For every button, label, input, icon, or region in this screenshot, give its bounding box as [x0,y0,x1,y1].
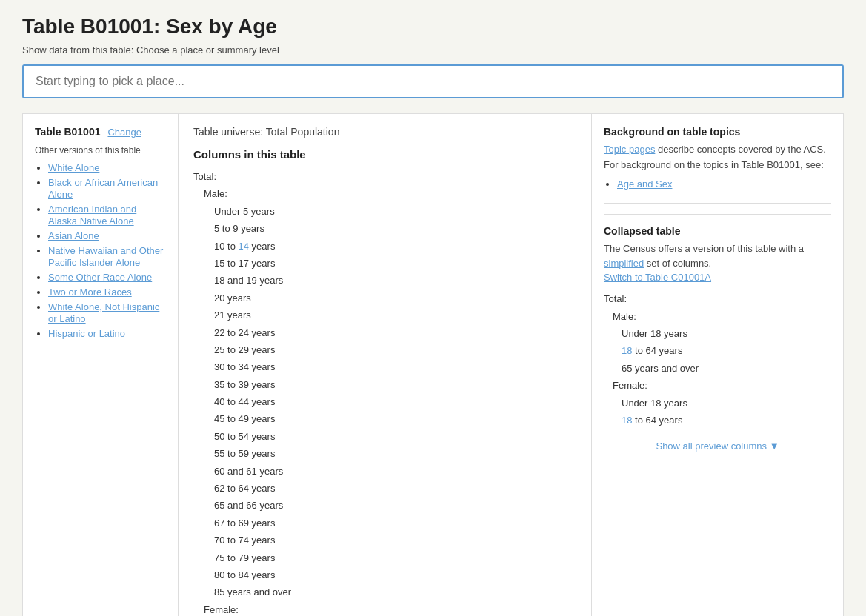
topic-links-list: Age and Sex [604,178,831,190]
column-item: 67 to 69 years [214,515,576,532]
column-link[interactable]: 14 [239,241,249,252]
preview-column-item: Under 18 years [622,325,831,342]
column-item: 80 to 84 years [214,566,576,583]
preview-column-item: Male: [613,308,831,325]
column-item: 5 to 9 years [214,220,576,237]
background-heading: Background on table topics [604,126,831,138]
table-ref: 01001 [773,159,800,170]
sidebar-version-link[interactable]: American Indian and Alaska Native Alone [48,204,136,227]
sidebar-version-link[interactable]: Hispanic or Latino [48,328,125,339]
columns-title: Columns in this table [193,148,576,161]
column-item: 60 and 61 years [214,463,576,480]
column-item: 40 to 44 years [214,393,576,410]
sidebar-table-id: Table B01001 [35,126,100,138]
right-panel: Background on table topics Topic pages d… [591,114,843,616]
show-all-link[interactable]: Show all preview columns ▼ [656,441,779,452]
column-item: Female: [204,601,576,616]
sidebar-version-link[interactable]: Some Other Race Alone [48,272,152,283]
preview-column-item: Under 18 years [622,395,831,412]
main-layout: Table B01001 Change Other versions of th… [22,113,844,616]
sidebar-versions-list: White AloneBlack or African American Alo… [35,161,166,339]
column-item: 18 and 19 years [214,272,576,289]
simplified-link[interactable]: simplified [604,258,644,269]
collapsed-heading: Collapsed table [604,225,831,237]
page-subtitle: Show data from this table: Choose a plac… [22,44,844,56]
column-item: Male: [204,185,576,202]
column-item: 45 to 49 years [214,410,576,427]
search-input[interactable] [22,64,844,98]
sidebar-header: Table B01001 Change [35,126,166,138]
sidebar-version-link[interactable]: Asian Alone [48,230,99,241]
column-item: 35 to 39 years [214,376,576,393]
column-item: 22 to 24 years [214,324,576,341]
topic-pages-link[interactable]: Topic pages [604,144,655,155]
column-item: 50 to 54 years [214,428,576,445]
column-item: 65 and 66 years [214,497,576,514]
column-item: 15 to 17 years [214,255,576,272]
column-item: 30 to 34 years [214,358,576,375]
column-item: 25 to 29 years [214,341,576,358]
universe-value: Total Population [266,126,340,138]
sidebar-versions-label: Other versions of this table [35,145,166,155]
column-item: 70 to 74 years [214,532,576,549]
sidebar-version-link[interactable]: White Alone, Not Hispanic or Latino [48,301,159,324]
columns-list: Total:Male:Under 5 years5 to 9 years10 t… [193,168,576,616]
column-item: 10 to 14 years [214,238,576,255]
sidebar-version-link[interactable]: White Alone [48,162,99,173]
show-all-preview: Show all preview columns ▼ [604,435,831,456]
column-item: 62 to 64 years [214,480,576,497]
preview-col-link[interactable]: 18 [622,345,632,356]
preview-columns: Total:Male:Under 18 years18 to 64 years6… [604,290,831,429]
preview-column-item: 65 years and over [622,360,831,377]
preview-column-item: 18 to 64 years [622,412,831,429]
sidebar-version-link[interactable]: Native Hawaiian and Other Pacific Island… [48,245,163,268]
column-item: Under 5 years [214,203,576,220]
column-item: 55 to 59 years [214,445,576,462]
page-title: Table B01001: Sex by Age [22,15,844,38]
background-section: Background on table topics Topic pages d… [604,126,831,190]
collapsed-text: The Census offers a version of this tabl… [604,241,831,272]
content-area: Table universe: Total Population Columns… [179,114,591,616]
column-item: 21 years [214,307,576,324]
switch-table-link[interactable]: Switch to Table C01001A [604,272,831,283]
column-item: 20 years [214,289,576,307]
background-text: Topic pages describe concepts covered by… [604,142,831,173]
universe-label: Table universe: [193,126,263,138]
universe-text: Table universe: Total Population [193,126,576,138]
topic-link[interactable]: Age and Sex [617,178,672,190]
collapsed-section: Collapsed table The Census offers a vers… [604,214,831,457]
sidebar-version-link[interactable]: Two or More Races [48,287,132,298]
column-item: 75 to 79 years [214,549,576,566]
preview-col-link[interactable]: 18 [622,415,632,426]
preview-column-item: Total: [604,290,831,307]
column-item: Total: [193,168,576,185]
column-item: 85 years and over [214,583,576,600]
change-table-link[interactable]: Change [107,127,141,138]
sidebar-version-link[interactable]: Black or African American Alone [48,177,158,200]
preview-column-item: Female: [613,377,831,394]
preview-column-item: 18 to 64 years [622,342,831,359]
sidebar: Table B01001 Change Other versions of th… [23,114,179,616]
